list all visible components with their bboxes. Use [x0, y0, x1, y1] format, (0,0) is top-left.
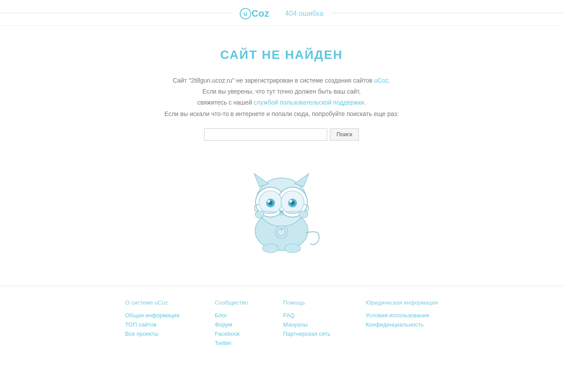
logo: uCoz [232, 8, 277, 19]
ucoz-link[interactable]: uCoz [374, 77, 389, 84]
footer-link-twitter[interactable]: Twitter [215, 340, 248, 346]
desc4-text: Если вы искали что-то в интернете и попа… [114, 109, 449, 120]
footer: О системе uCoz Общая информация ТОП сайт… [0, 286, 563, 367]
footer-link-general-info[interactable]: Общая информация [125, 312, 179, 319]
mascot-image [224, 154, 339, 255]
header: uCoz 404 ошибка [0, 0, 563, 26]
footer-col-system: О системе uCoz Общая информация ТОП сайт… [125, 299, 179, 349]
svg-point-25 [263, 244, 278, 253]
svg-point-11 [267, 200, 270, 203]
svg-point-20 [255, 211, 264, 218]
footer-link-manuals[interactable]: Мануалы [283, 321, 331, 328]
footer-col4-heading: Юридическая информация [366, 299, 438, 306]
footer-link-all-projects[interactable]: Все проекты [125, 330, 179, 337]
search-button[interactable]: Поиск [330, 128, 359, 141]
footer-col2-heading: Сообщество [215, 299, 248, 306]
svg-point-26 [285, 244, 300, 253]
main-content: САЙТ НЕ НАЙДЕН Сайт "2tillgun.ucoz.ru" н… [106, 26, 457, 286]
svg-point-21 [299, 211, 308, 218]
footer-link-top-sites[interactable]: ТОП сайтов [125, 321, 179, 328]
footer-col-community: Сообщество Блог Форум Facebook Twitter [215, 299, 248, 349]
search-input[interactable] [204, 128, 327, 141]
footer-link-partner[interactable]: Партнерская сеть [283, 330, 331, 337]
footer-link-privacy[interactable]: Конфиденциальность [366, 321, 438, 328]
svg-point-15 [279, 210, 284, 213]
support-link[interactable]: службой пользовательской поддержки [254, 99, 364, 106]
logo-u-circle: u [240, 8, 251, 19]
footer-link-terms[interactable]: Условия использования [366, 312, 438, 319]
svg-point-14 [289, 200, 292, 203]
footer-col-help: Помощь FAQ Мануалы Партнерская сеть [283, 299, 331, 349]
search-area: Поиск [114, 128, 449, 141]
desc2-text: Если вы уверены, что тут точно должен бы… [114, 86, 449, 97]
desc3-start: свяжитесь с нашей [197, 99, 252, 106]
footer-col3-heading: Помощь [283, 299, 331, 306]
footer-col-legal: Юридическая информация Условия использов… [366, 299, 438, 349]
footer-link-blog[interactable]: Блог [215, 312, 248, 319]
footer-link-forum[interactable]: Форум [215, 321, 248, 328]
error-label: 404 ошибка [277, 10, 331, 18]
description-block: Сайт "2tillgun.ucoz.ru" не зарегистриров… [114, 75, 449, 120]
footer-link-faq[interactable]: FAQ [283, 312, 331, 319]
footer-col1-heading: О системе uCoz [125, 299, 179, 306]
desc1-text: Сайт "2tillgun.ucoz.ru" не зарегистриров… [173, 77, 373, 84]
page-title: САЙТ НЕ НАЙДЕН [114, 48, 449, 62]
logo-coz: Coz [252, 8, 269, 19]
footer-link-facebook[interactable]: Facebook [215, 330, 248, 337]
